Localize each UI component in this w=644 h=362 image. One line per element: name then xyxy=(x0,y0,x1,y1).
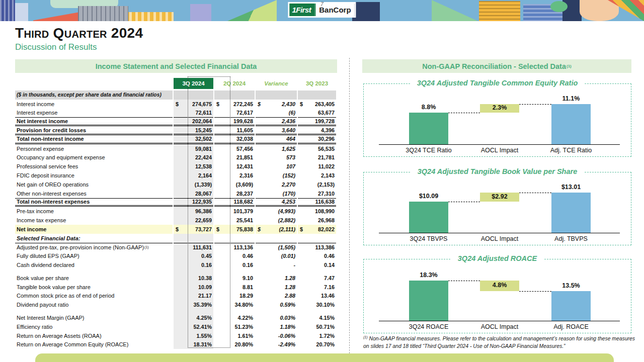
cell-3q23: 4.15% xyxy=(298,313,336,322)
cell-2q24: 51.23% xyxy=(214,322,255,331)
cell-2q24: 21,851 xyxy=(214,153,255,162)
cell-variance: 573 xyxy=(256,153,297,162)
row-label: Cash dividend declared xyxy=(15,260,173,269)
cell-2q24 xyxy=(214,234,255,243)
cell-variance: $(2,111) xyxy=(256,225,297,234)
table-row: Book value per share10.389.101.287.47 xyxy=(15,274,337,283)
cell-3q23: 13.46 xyxy=(298,292,336,301)
cell-3q24: $73,727 xyxy=(174,225,213,234)
row-label: Pre-tax income xyxy=(15,207,173,216)
cell-3q23: 0.14 xyxy=(298,260,336,269)
axis-baseline xyxy=(379,144,620,145)
row-label: Professional service fees xyxy=(15,162,173,171)
chart-plot: 8.8%3Q24 TCE Ratio2.3%AOCL Impact11.1%Ad… xyxy=(364,84,631,156)
cell-3q24: 10.38 xyxy=(174,274,213,283)
cell-variance: 107 xyxy=(256,162,297,171)
waterfall-bar-start xyxy=(409,281,448,321)
cell-3q23: 7.16 xyxy=(298,283,336,292)
cell-variance: (1,505) xyxy=(256,243,297,252)
cell-3q24: 111,631 xyxy=(174,243,213,252)
chart-plot: 18.3%3Q24 ROACE4.8%AOCL Impact13.5%Adj. … xyxy=(364,259,631,333)
chart-plot: $10.093Q24 TBVPS$2.92AOCL Impact$13.01Ad… xyxy=(364,172,631,245)
cell-3q23: 113,386 xyxy=(298,243,336,252)
cell-3q24: 18.31% xyxy=(174,340,213,349)
cell-variance: 0.59% xyxy=(256,300,297,309)
row-label: Total non-interest expenses xyxy=(15,198,173,207)
row-label: Other non-interest expenses xyxy=(15,189,173,198)
cell-2q24: 32,038 xyxy=(214,135,255,144)
cell-3q24: 28,067 xyxy=(174,189,213,198)
table-row: Occupancy and equipment expense22,42421,… xyxy=(15,153,337,162)
cell-3q24: 52.41% xyxy=(174,322,213,331)
cell-3q24: 22,659 xyxy=(174,216,213,225)
category-label: Adj. TBVPS xyxy=(536,235,606,242)
cell-2q24: 0.46 xyxy=(214,251,255,260)
table-row: Efficiency ratio52.41%51.23%1.18%50.71% xyxy=(15,322,337,331)
waterfall-bar-start xyxy=(409,113,448,144)
cell-2q24 xyxy=(214,90,255,100)
row-label: Total non-interest income xyxy=(15,135,173,144)
column-header-2q2024: 2Q 2024 xyxy=(214,78,255,89)
cell-variance: 1,625 xyxy=(256,144,297,153)
category-label: 3Q24 TBVPS xyxy=(393,235,464,242)
table-body: ($ in thousands, except per share data a… xyxy=(15,90,337,349)
cell-3q23: 63,677 xyxy=(298,109,336,118)
table-row: Interest income$274,675$272,245$2,430$26… xyxy=(15,100,337,109)
bar-value-label: $10.09 xyxy=(401,193,456,200)
cell-3q23: 116,638 xyxy=(298,198,336,207)
cell-2q24: 113,136 xyxy=(214,243,255,252)
cell-3q24: 4.25% xyxy=(174,313,213,322)
cell-2q24: 20.80% xyxy=(214,340,255,349)
cell-3q23 xyxy=(298,90,336,100)
row-label: ($ in thousands, except per share data a… xyxy=(15,90,173,100)
row-label: Return on Average Common Equity (ROACE) xyxy=(15,340,173,349)
cell-variance: $2,430 xyxy=(256,100,297,109)
cell-3q24: 12,538 xyxy=(174,162,213,171)
footnote-text: Non-GAAP financial measures. Please refe… xyxy=(363,336,635,348)
chart-tce-ratio: 3Q24 Adjusted Tangible Common Equity Rat… xyxy=(363,83,631,157)
right-section-title-sup: (1) xyxy=(567,64,572,68)
cell-3q24: 32,502 xyxy=(174,135,213,144)
cell-3q23: 50.71% xyxy=(298,322,336,331)
cell-variance: -2.49% xyxy=(256,340,297,349)
waterfall-bar-start xyxy=(409,202,448,233)
cell-3q23: 11,022 xyxy=(298,162,336,171)
row-label: Tangible book value per share xyxy=(15,283,173,292)
cell-2q24: 8.81 xyxy=(214,283,255,292)
cell-variance: (6) xyxy=(256,109,297,118)
axis-baseline xyxy=(379,233,620,233)
cell-3q24: 1.55% xyxy=(174,331,213,340)
row-label: Adjusted pre-tax, pre-provision income (… xyxy=(15,243,173,252)
table-row: Return on Average Common Equity (ROACE)1… xyxy=(15,340,337,349)
cell-2q24: 57,456 xyxy=(214,144,255,153)
category-label: 3Q24 ROACE xyxy=(393,323,464,330)
cell-3q23: 2,143 xyxy=(298,171,336,180)
category-label: Adj. TCE Ratio xyxy=(536,147,606,154)
cell-3q23: 27,310 xyxy=(298,189,336,198)
table-header-row: 3Q 2024 2Q 2024 Variance 3Q 2023 xyxy=(15,78,337,89)
category-label: AOCL Impact xyxy=(464,147,535,154)
right-section-title: Non-GAAP Reconciliation - Selected Data xyxy=(422,62,566,70)
cell-2q24: 25,541 xyxy=(214,216,255,225)
table-row: Other non-interest expenses28,06728,237(… xyxy=(15,189,337,198)
skyline-shape xyxy=(78,6,128,21)
cell-2q24: 118,682 xyxy=(214,198,255,207)
cell-variance: (4,993) xyxy=(256,207,297,216)
row-label: FDIC deposit insurance xyxy=(15,171,173,180)
cell-3q23: 0.46 xyxy=(298,251,336,260)
bar-value-label: 13.5% xyxy=(543,282,599,289)
row-label: Return on Average Assets (ROAA) xyxy=(15,331,173,340)
row-label: Occupancy and equipment expense xyxy=(15,153,173,162)
connector-line xyxy=(448,281,480,281)
page-title: Third Quarter 2024 xyxy=(15,25,143,41)
cell-2q24: 199,628 xyxy=(214,117,255,126)
table-row: FDIC deposit insurance2,1642,316(152)2,1… xyxy=(15,171,337,180)
cell-variance: -0.06% xyxy=(256,331,297,340)
cell-variance: (0.01) xyxy=(256,251,297,260)
cell-3q23: $263,405 xyxy=(298,100,336,109)
column-header-3q2024: 3Q 2024 xyxy=(174,78,213,89)
table-row: Pre-tax income96,386101,379(4,993)108,99… xyxy=(15,207,337,216)
cell-3q24: 0.16 xyxy=(174,260,213,269)
cell-3q24: 15,245 xyxy=(174,126,213,135)
vertical-divider xyxy=(349,58,350,353)
